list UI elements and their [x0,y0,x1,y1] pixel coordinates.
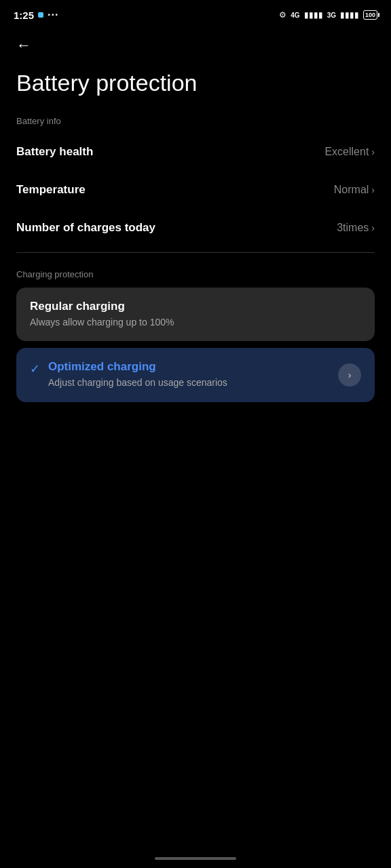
optimized-charging-desc: Adjust charging based on usage scenarios [48,376,338,390]
temperature-value-group: Normal › [334,184,375,196]
status-menu-icon: ··· [48,9,58,21]
page-title: Battery protection [16,69,375,97]
signal-bars-icon: ▮▮▮▮ [304,10,323,20]
charges-today-chevron-icon: › [371,222,375,233]
link-icon: ⚙ [279,10,286,20]
battery-health-label: Battery health [16,145,93,159]
section-divider [16,252,375,253]
status-right: ⚙ 4G ▮▮▮▮ 3G ▮▮▮▮ 100 [279,10,377,20]
signal-3g-icon: 3G [327,12,336,19]
temperature-value: Normal [334,184,369,196]
back-arrow-icon: ← [16,38,31,53]
optimized-text-group: Optimized charging Adjust charging based… [48,360,338,390]
optimized-chevron-circle[interactable]: › [338,363,361,387]
optimized-charging-title: Optimized charging [48,360,338,374]
temperature-item[interactable]: Temperature Normal › [0,171,391,209]
temperature-label: Temperature [16,183,86,197]
signal-bars-2-icon: ▮▮▮▮ [340,10,359,20]
regular-charging-desc: Always allow charging up to 100% [30,316,361,330]
charges-today-label: Number of charges today [16,221,155,235]
battery-health-value-group: Excellent › [324,146,375,158]
battery-health-item[interactable]: Battery health Excellent › [0,133,391,171]
charging-protection-section: Charging protection [0,258,391,279]
optimized-charging-card[interactable]: ✓ Optimized charging Adjust charging bas… [16,348,375,402]
signal-4g-icon: 4G [291,12,299,19]
battery-indicator: 100 [363,10,377,20]
regular-charging-card[interactable]: Regular charging Always allow charging u… [16,288,375,342]
charges-today-value-group: 3times › [337,222,375,234]
battery-level-text: 100 [365,12,375,18]
home-indicator [155,857,236,860]
optimized-chevron-icon: › [348,370,352,380]
time-label: 1:25 [14,9,34,21]
status-dot-icon [38,12,43,18]
status-left: 1:25 ··· [14,9,58,21]
charging-protection-label: Charging protection [16,269,375,279]
battery-health-chevron-icon: › [371,146,375,157]
temperature-chevron-icon: › [371,184,375,195]
header: ← Battery protection [0,27,391,97]
battery-info-section-label: Battery info [0,116,391,126]
regular-charging-title: Regular charging [30,300,361,313]
checkmark-icon: ✓ [30,361,40,376]
battery-health-value: Excellent [324,146,369,158]
optimized-left-group: ✓ Optimized charging Adjust charging bas… [30,360,338,390]
charges-today-item[interactable]: Number of charges today 3times › [0,209,391,247]
charges-today-value: 3times [337,222,369,234]
status-bar: 1:25 ··· ⚙ 4G ▮▮▮▮ 3G ▮▮▮▮ 100 [0,0,391,27]
back-button[interactable]: ← [16,35,31,56]
